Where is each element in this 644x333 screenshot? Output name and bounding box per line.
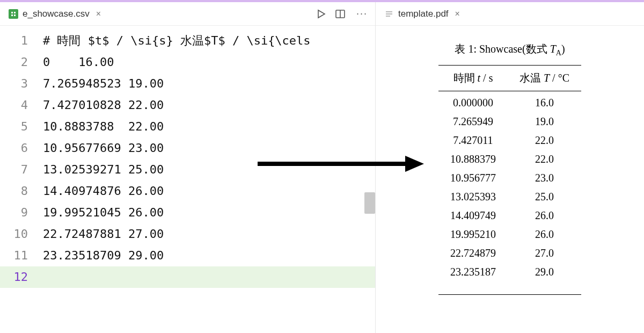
cell-temp: 27.0: [508, 244, 581, 263]
tab-csv-label: e_showcase.csv: [23, 9, 90, 19]
editor-line[interactable]: 37.265948523 19.00: [0, 73, 375, 95]
line-content: # 時間 $t$ / \si{s} 水温$T$ / \si{\cels: [43, 30, 311, 52]
col-temp-header: 水温 T / °C: [508, 66, 581, 91]
editor-line[interactable]: 1# 時間 $t$ / \si{s} 水温$T$ / \si{\cels: [0, 30, 375, 52]
line-content: 10.8883788 22.00: [43, 116, 164, 137]
minimap-slider[interactable]: [364, 192, 375, 214]
table-caption: 表 1: Showcase(数式 TA): [455, 42, 565, 57]
col-time-header: 時間 t / s: [438, 66, 508, 91]
col-temp-unit: / °C: [550, 72, 569, 84]
close-icon[interactable]: ×: [94, 9, 103, 19]
table-row: 13.02539325.0: [438, 187, 581, 206]
cell-time: 13.025393: [438, 187, 508, 206]
line-number: 5: [0, 116, 43, 137]
cell-temp: 19.0: [508, 112, 581, 131]
editor-pane: e_showcase.csv × ··· 1# 時間 $t$ / \si{s} …: [0, 2, 376, 333]
editor-line[interactable]: 713.02539271 25.00: [0, 159, 375, 180]
svg-rect-3: [11, 15, 13, 16]
line-number: 1: [0, 30, 43, 52]
cell-time: 23.235187: [438, 263, 508, 284]
caption-sub: A: [556, 49, 561, 57]
cell-temp: 23.0: [508, 169, 581, 187]
cell-time: 14.409749: [438, 206, 508, 225]
line-number: 8: [0, 180, 43, 202]
cell-time: 10.888379: [438, 150, 508, 169]
editor-line[interactable]: 610.95677669 23.00: [0, 137, 375, 159]
tab-pdf[interactable]: template.pdf ×: [381, 5, 465, 23]
tab-pdf-label: template.pdf: [398, 9, 449, 19]
table-row: 7.42701122.0: [438, 131, 581, 150]
line-number: 10: [0, 223, 43, 245]
line-number: 9: [0, 202, 43, 223]
table-row: 10.88837922.0: [438, 150, 581, 169]
caption-var: T: [550, 43, 556, 55]
preview-pane: template.pdf × 表 1: Showcase(数式 TA) 時間 t…: [376, 2, 644, 333]
line-number: 12: [0, 266, 43, 288]
table-row: 14.40974926.0: [438, 206, 581, 225]
editor-line[interactable]: 12: [0, 266, 375, 288]
cell-temp: 26.0: [508, 206, 581, 225]
run-icon[interactable]: [316, 9, 326, 19]
more-actions-icon[interactable]: ···: [354, 8, 370, 19]
editor-actions: ···: [316, 8, 370, 19]
cell-temp: 16.0: [508, 91, 581, 113]
csv-file-icon: [9, 9, 18, 19]
editor-line[interactable]: 1123.23518709 29.00: [0, 245, 375, 266]
cell-time: 22.724879: [438, 244, 508, 263]
col-temp-var: T: [544, 72, 550, 84]
editor-line[interactable]: 47.427010828 22.00: [0, 95, 375, 116]
svg-rect-0: [10, 11, 17, 17]
cell-time: 10.956777: [438, 169, 508, 187]
caption-suffix: ): [561, 43, 565, 55]
line-number: 3: [0, 73, 43, 95]
left-tabbar: e_showcase.csv × ···: [0, 2, 375, 26]
data-table: 時間 t / s 水温 T / °C 0.00000016.07.2659491…: [438, 65, 581, 295]
cell-temp: 29.0: [508, 263, 581, 284]
table-row: 19.99521026.0: [438, 225, 581, 244]
right-tabbar: template.pdf ×: [376, 2, 644, 26]
cell-temp: 22.0: [508, 131, 581, 150]
table-row: 7.26594919.0: [438, 112, 581, 131]
table-row: 23.23518729.0: [438, 263, 581, 284]
svg-rect-2: [14, 12, 16, 13]
svg-marker-5: [318, 10, 325, 18]
editor-line[interactable]: 919.99521045 26.00: [0, 202, 375, 223]
line-number: 7: [0, 159, 43, 180]
line-content: 10.95677669 23.00: [43, 137, 164, 159]
editor-line[interactable]: 510.8883788 22.00: [0, 116, 375, 137]
close-icon[interactable]: ×: [453, 9, 462, 19]
svg-rect-4: [14, 15, 16, 16]
line-content: 13.02539271 25.00: [43, 159, 164, 180]
svg-rect-1: [11, 12, 13, 13]
cell-temp: 25.0: [508, 187, 581, 206]
line-content: 22.72487881 27.00: [43, 223, 164, 245]
line-content: 0 16.00: [43, 52, 114, 73]
table-row: 0.00000016.0: [438, 91, 581, 113]
editor-line[interactable]: 1022.72487881 27.00: [0, 223, 375, 245]
col-time-jp: 時間: [453, 72, 478, 84]
cell-temp: 26.0: [508, 225, 581, 244]
line-content: 7.427010828 22.00: [43, 95, 164, 116]
caption-prefix: 表 1: Showcase(数式: [455, 43, 550, 55]
line-number: 6: [0, 137, 43, 159]
cell-time: 7.427011: [438, 131, 508, 150]
tab-csv[interactable]: e_showcase.csv ×: [5, 5, 106, 23]
split-editor-icon[interactable]: [335, 9, 346, 19]
table-row: 22.72487927.0: [438, 244, 581, 263]
text-editor[interactable]: 1# 時間 $t$ / \si{s} 水温$T$ / \si{\cels20 1…: [0, 26, 375, 333]
line-content: 19.99521045 26.00: [43, 202, 164, 223]
pdf-file-icon: [384, 9, 394, 19]
editor-line[interactable]: 20 16.00: [0, 52, 375, 73]
line-number: 4: [0, 95, 43, 116]
cell-time: 7.265949: [438, 112, 508, 131]
cell-time: 19.995210: [438, 225, 508, 244]
line-content: 14.40974876 26.00: [43, 180, 164, 202]
line-number: 2: [0, 52, 43, 73]
table-row: 10.95677723.0: [438, 169, 581, 187]
line-number: 11: [0, 245, 43, 266]
col-time-unit: / s: [480, 72, 493, 84]
pdf-viewer[interactable]: 表 1: Showcase(数式 TA) 時間 t / s 水温 T / °C …: [376, 26, 644, 333]
editor-line[interactable]: 814.40974876 26.00: [0, 180, 375, 202]
line-content: 23.23518709 29.00: [43, 245, 164, 266]
cell-temp: 22.0: [508, 150, 581, 169]
